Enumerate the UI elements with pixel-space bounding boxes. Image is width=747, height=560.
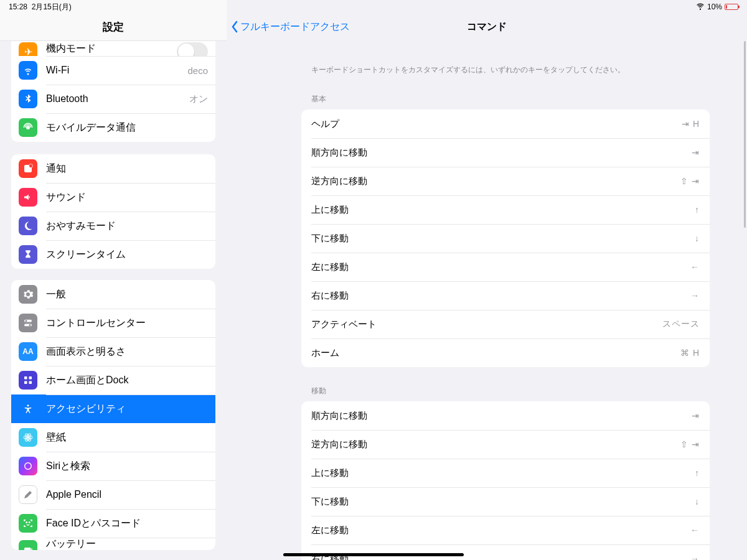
status-bar: 15:28 2月15日(月) 10%	[0, 0, 747, 14]
group-move: 順方向に移動⇥ 逆方向に移動⇧ ⇥ 上に移動↑ 下に移動↓ 左に移動← 右に移動…	[301, 401, 710, 560]
row-move-forward[interactable]: 順方向に移動⇥	[301, 401, 710, 430]
sidebar-group-general: 一般 コントロールセンター AA 画面表示と明るさ ホーム画面とDock アクセ…	[11, 280, 215, 550]
row-left[interactable]: 左に移動←	[301, 253, 710, 281]
sidebar-item-airplane[interactable]: ✈ 機内モード	[11, 41, 215, 56]
home-indicator[interactable]	[283, 553, 464, 556]
chevron-left-icon	[230, 20, 239, 34]
wifi-icon	[696, 2, 705, 12]
sidebar-item-sounds[interactable]: サウンド	[11, 183, 215, 212]
svg-point-5	[29, 324, 31, 326]
siri-icon	[19, 457, 37, 475]
row-forward[interactable]: 順方向に移動⇥	[301, 138, 710, 167]
svg-rect-8	[24, 381, 27, 385]
sidebar-item-wifi[interactable]: Wi-Fi deco	[11, 56, 215, 85]
sounds-icon	[19, 188, 37, 207]
sidebar-item-battery[interactable]: バッテリー	[11, 538, 215, 550]
faceid-icon	[19, 514, 37, 533]
bluetooth-icon	[19, 90, 37, 108]
display-icon: AA	[19, 342, 37, 361]
sidebar-item-bluetooth[interactable]: Bluetooth オン	[11, 85, 215, 113]
row-help[interactable]: ヘルプ⇥ H	[301, 110, 710, 138]
svg-rect-9	[29, 381, 32, 385]
sidebar-item-control-center[interactable]: コントロールセンター	[11, 309, 215, 337]
row-backward[interactable]: 逆方向に移動⇧ ⇥	[301, 167, 710, 195]
pencil-icon	[19, 485, 37, 504]
bluetooth-value: オン	[189, 93, 208, 105]
svg-point-1	[29, 164, 33, 168]
row-move-up[interactable]: 上に移動↑	[301, 459, 710, 487]
hourglass-icon	[19, 245, 37, 264]
battery-pct: 10%	[707, 2, 722, 11]
back-button[interactable]: フルキーボードアクセス	[230, 20, 350, 34]
gear-icon	[19, 285, 37, 304]
row-right[interactable]: 右に移動→	[301, 281, 710, 310]
svg-point-15	[25, 463, 32, 470]
sidebar-group-notifications: 通知 サウンド おやすみモード スクリーンタイム	[11, 154, 215, 269]
battery-icon	[725, 4, 738, 10]
sidebar-item-siri[interactable]: Siriと検索	[11, 452, 215, 480]
sidebar-group-connectivity: ✈ 機内モード Wi-Fi deco Bluetooth オン モバイルデータ通…	[11, 41, 215, 142]
sidebar-item-wallpaper[interactable]: 壁紙	[11, 423, 215, 452]
detail-pane: フルキーボードアクセス コマンド キーボードショートカットをカスタマイズするには…	[227, 0, 747, 560]
status-right: 10%	[696, 2, 738, 12]
svg-point-10	[27, 404, 29, 406]
sidebar-title: 設定	[103, 20, 124, 34]
scroll-indicator[interactable]	[744, 41, 746, 228]
back-label: フルキーボードアクセス	[240, 21, 350, 34]
sidebar-item-general[interactable]: 一般	[11, 280, 215, 309]
svg-point-17	[29, 522, 31, 523]
airplane-icon: ✈	[19, 42, 37, 56]
row-down[interactable]: 下に移動↓	[301, 224, 710, 253]
switches-icon	[19, 314, 37, 332]
battery-settings-icon	[19, 540, 37, 550]
svg-rect-6	[24, 376, 27, 380]
row-move-down[interactable]: 下に移動↓	[301, 487, 710, 516]
svg-point-4	[26, 320, 27, 322]
row-home[interactable]: ホーム⌘ H	[301, 338, 710, 367]
svg-rect-18	[24, 548, 31, 550]
cellular-icon	[19, 118, 37, 137]
sidebar-item-notifications[interactable]: 通知	[11, 154, 215, 183]
wallpaper-icon	[19, 428, 37, 447]
section-label-move: 移動	[311, 386, 710, 396]
sidebar-scroll[interactable]: ✈ 機内モード Wi-Fi deco Bluetooth オン モバイルデータ通…	[0, 41, 227, 560]
accessibility-icon	[19, 399, 37, 418]
detail-scroll[interactable]: キーボードショートカットをカスタマイズするには、いずれかのキーをタップしてくださ…	[227, 41, 747, 560]
moon-icon	[19, 217, 37, 235]
section-label-basic: 基本	[311, 94, 710, 105]
row-move-left[interactable]: 左に移動←	[301, 516, 710, 544]
sidebar-item-pencil[interactable]: Apple Pencil	[11, 480, 215, 509]
group-basic: ヘルプ⇥ H 順方向に移動⇥ 逆方向に移動⇧ ⇥ 上に移動↑ 下に移動↓ 左に移…	[301, 110, 710, 367]
svg-rect-7	[29, 376, 32, 380]
sidebar-item-screentime[interactable]: スクリーンタイム	[11, 240, 215, 269]
row-activate[interactable]: アクティベートスペース	[301, 310, 710, 338]
wifi-value: deco	[187, 65, 208, 76]
settings-sidebar: 設定 ✈ 機内モード Wi-Fi deco Bluetooth オン	[0, 0, 227, 560]
row-move-right[interactable]: 右に移動→	[301, 544, 710, 560]
row-up[interactable]: 上に移動↑	[301, 195, 710, 224]
svg-point-11	[27, 437, 29, 439]
sidebar-item-faceid[interactable]: Face IDとパスコード	[11, 509, 215, 538]
sidebar-item-display[interactable]: AA 画面表示と明るさ	[11, 337, 215, 366]
sidebar-item-home-dock[interactable]: ホーム画面とDock	[11, 366, 215, 394]
sidebar-item-accessibility[interactable]: アクセシビリティ	[11, 394, 215, 423]
svg-rect-19	[31, 549, 32, 551]
row-move-backward[interactable]: 逆方向に移動⇧ ⇥	[301, 430, 710, 459]
wifi-settings-icon	[19, 61, 37, 80]
detail-about: キーボードショートカットをカスタマイズするには、いずれかのキーをタップしてくださ…	[311, 65, 710, 75]
sidebar-item-dnd[interactable]: おやすみモード	[11, 212, 215, 240]
homegrid-icon	[19, 371, 37, 390]
svg-point-16	[26, 522, 27, 523]
notifications-icon	[19, 159, 37, 178]
status-time-date: 15:28 2月15日(月)	[9, 2, 72, 12]
airplane-toggle[interactable]	[177, 42, 208, 56]
sidebar-item-cellular[interactable]: モバイルデータ通信	[11, 113, 215, 142]
